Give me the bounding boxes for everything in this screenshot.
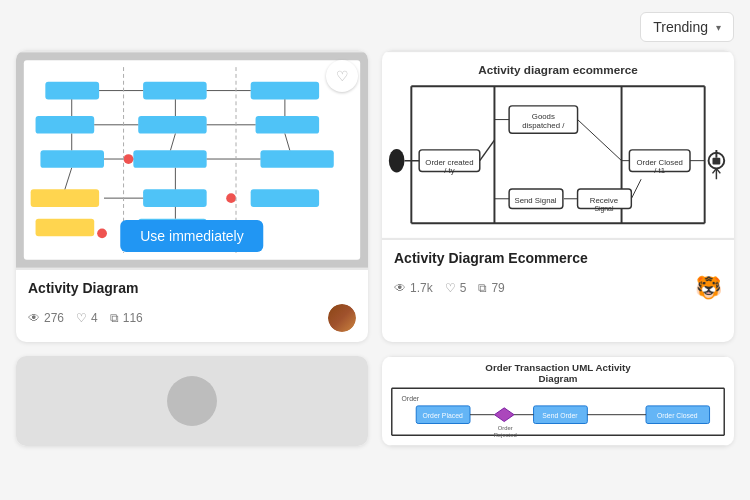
svg-rect-12 xyxy=(251,82,319,100)
svg-text:Goods: Goods xyxy=(532,112,555,121)
copies-count-2: ⧉ 79 xyxy=(478,281,504,295)
card-activity-ecommerce: Activity diagram ecommerce Order created… xyxy=(382,50,734,342)
svg-point-34 xyxy=(226,193,236,203)
card-title-1: Activity Diagram xyxy=(28,280,356,296)
card-image-activity-diagram: ♡ Use immediately xyxy=(16,50,368,270)
svg-text:Order Placed: Order Placed xyxy=(423,412,463,419)
svg-rect-13 xyxy=(256,116,320,134)
card-placeholder xyxy=(16,356,368,446)
copies-count-1: ⧉ 116 xyxy=(110,311,143,325)
svg-rect-37 xyxy=(382,52,734,238)
heart-icon: ♡ xyxy=(336,68,349,84)
likes-count-1: ♡ 4 xyxy=(76,311,98,325)
svg-point-59 xyxy=(389,149,405,172)
svg-text:dispatched /: dispatched / xyxy=(522,121,565,130)
svg-rect-5 xyxy=(31,189,99,207)
svg-point-33 xyxy=(97,228,107,238)
card-image-order: Order Transaction UML Activity Diagram O… xyxy=(382,356,734,446)
use-immediately-button[interactable]: Use immediately xyxy=(120,220,263,252)
svg-text:Order created: Order created xyxy=(425,158,473,167)
card-image-placeholder xyxy=(16,356,368,446)
svg-rect-3 xyxy=(36,116,95,134)
svg-rect-15 xyxy=(251,189,319,207)
svg-rect-7 xyxy=(143,82,207,100)
views-count-2: 👁 1.7k xyxy=(394,281,433,295)
card-activity-diagram: ♡ Use immediately Activity Diagram 👁 276… xyxy=(16,50,368,342)
svg-rect-8 xyxy=(138,116,206,134)
eye-icon-1: 👁 xyxy=(28,311,40,325)
eye-icon-2: 👁 xyxy=(394,281,406,295)
svg-text:/ ty: / ty xyxy=(444,166,455,175)
card-image-ecommerce: Activity diagram ecommerce Order created… xyxy=(382,50,734,240)
views-count-1: 👁 276 xyxy=(28,311,64,325)
circle-placeholder xyxy=(167,376,217,426)
svg-text:Order Closed: Order Closed xyxy=(636,158,682,167)
copy-icon-1: ⧉ xyxy=(110,311,119,325)
heart-icon-1: ♡ xyxy=(76,311,87,325)
svg-text:Order Transaction UML Activity: Order Transaction UML Activity xyxy=(485,362,631,373)
trending-dropdown[interactable]: Trending ▾ xyxy=(640,12,734,42)
avatar-image-1 xyxy=(328,304,356,332)
svg-text:Diagram: Diagram xyxy=(538,373,577,384)
card-title-2: Activity Diagram Ecommerce xyxy=(394,250,722,266)
avatar-1 xyxy=(328,304,356,332)
cards-grid: ♡ Use immediately Activity Diagram 👁 276… xyxy=(0,50,750,462)
svg-rect-61 xyxy=(712,158,720,165)
svg-text:Send Order: Send Order xyxy=(542,412,578,419)
card-order-transaction: Order Transaction UML Activity Diagram O… xyxy=(382,356,734,446)
svg-rect-9 xyxy=(133,150,206,168)
card-info-2: Activity Diagram Ecommerce 👁 1.7k ♡ 5 ⧉ … xyxy=(382,240,734,312)
svg-rect-14 xyxy=(260,150,333,168)
avatar-2: 🐯 xyxy=(694,274,722,302)
top-bar: Trending ▾ xyxy=(0,0,750,50)
heart-icon-2: ♡ xyxy=(445,281,456,295)
svg-text:Activity diagram ecommerce: Activity diagram ecommerce xyxy=(478,63,638,76)
card-meta-2: 👁 1.7k ♡ 5 ⧉ 79 🐯 xyxy=(394,274,722,302)
svg-text:Order: Order xyxy=(498,425,513,431)
svg-text:/ t1: / t1 xyxy=(654,166,665,175)
card-info-1: Activity Diagram 👁 276 ♡ 4 ⧉ 116 xyxy=(16,270,368,342)
svg-text:Rejected: Rejected xyxy=(494,432,517,438)
svg-rect-6 xyxy=(36,219,95,237)
chevron-down-icon: ▾ xyxy=(716,22,721,33)
svg-text:Signal: Signal xyxy=(594,205,613,213)
avatar-emoji-2: 🐯 xyxy=(694,274,722,302)
heart-button-1[interactable]: ♡ xyxy=(326,60,358,92)
card-meta-1: 👁 276 ♡ 4 ⧉ 116 xyxy=(28,304,356,332)
svg-point-32 xyxy=(124,154,134,164)
likes-count-2: ♡ 5 xyxy=(445,281,467,295)
svg-text:Send Signal: Send Signal xyxy=(514,196,556,205)
svg-rect-10 xyxy=(143,189,207,207)
svg-text:Receive: Receive xyxy=(590,196,618,205)
copy-icon-2: ⧉ xyxy=(478,281,487,295)
svg-text:Order Closed: Order Closed xyxy=(657,412,698,419)
trending-label: Trending xyxy=(653,19,708,35)
svg-text:Order: Order xyxy=(402,395,420,402)
svg-rect-4 xyxy=(40,150,104,168)
svg-rect-2 xyxy=(45,82,99,100)
